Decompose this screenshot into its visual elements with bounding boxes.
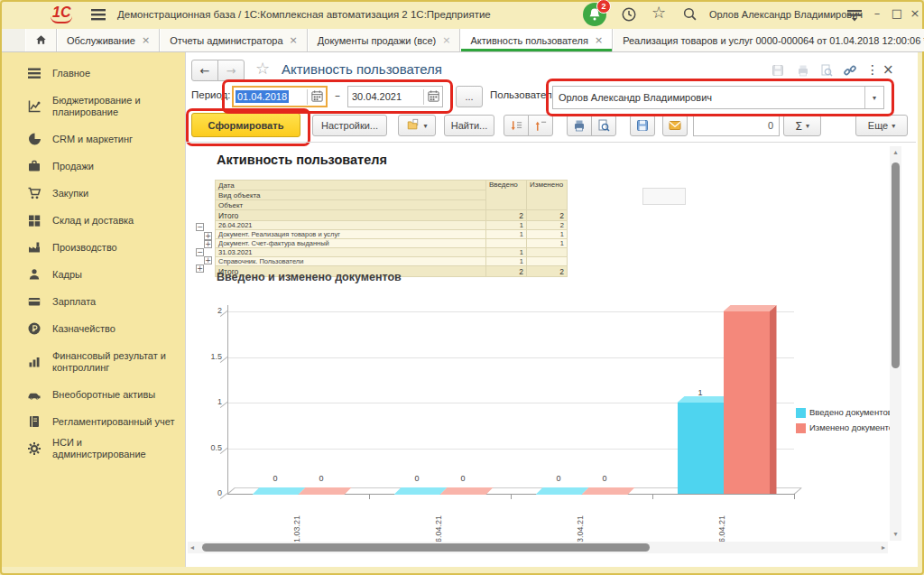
x-axis-category-label: 26.04.21 xyxy=(717,502,726,547)
bar-zero-23.04.21 xyxy=(582,487,635,495)
bar-value-label: 0 xyxy=(253,474,299,483)
y-axis-label: 1.5 xyxy=(195,352,222,361)
y-axis-label: 2 xyxy=(195,306,222,315)
bar-value-label: 0 xyxy=(536,474,582,483)
bar-top-26.04.21 xyxy=(724,305,777,311)
y-axis-label: 0.5 xyxy=(195,443,222,452)
x-axis-tick xyxy=(794,494,795,499)
x-axis-tick xyxy=(369,494,370,499)
scroll-right-icon[interactable]: ▸ xyxy=(882,544,885,552)
bar-side-26.04.21 xyxy=(770,305,777,494)
bar-zero-23.04.21 xyxy=(536,487,589,495)
floor-right-slant xyxy=(794,487,802,495)
bar-value-label: 0 xyxy=(394,474,440,483)
bar-value-label: 0 xyxy=(299,474,345,483)
bar-value-label: 1 xyxy=(678,388,724,397)
legend-swatch xyxy=(796,408,806,418)
legend-label: Введено документов xyxy=(809,407,892,417)
x-axis-category-label: 06.04.21 xyxy=(434,502,443,547)
horizontal-scrollbar[interactable]: ◂ ▸ xyxy=(188,542,888,553)
horizontal-scrollbar-thumb[interactable] xyxy=(202,543,650,552)
y-axis-line xyxy=(227,305,228,494)
grid-line xyxy=(227,357,794,358)
bar-26.04.21 xyxy=(724,311,770,494)
y-axis-label: 1 xyxy=(195,397,222,406)
bar-zero-31.03.21 xyxy=(299,487,352,495)
bar-zero-06.04.21 xyxy=(440,487,494,495)
bar-zero-31.03.21 xyxy=(253,487,306,495)
vertical-scrollbar[interactable]: ▴ ▾ xyxy=(890,146,901,541)
bar-zero-06.04.21 xyxy=(394,487,448,495)
grid-line xyxy=(227,311,794,312)
x-axis-tick xyxy=(652,494,653,499)
legend-swatch xyxy=(796,423,806,433)
y-axis-label: 0 xyxy=(195,488,222,497)
x-axis-tick xyxy=(511,494,512,499)
scroll-up-icon[interactable]: ▴ xyxy=(890,149,901,156)
bar-value-label: 0 xyxy=(440,474,486,483)
legend-label: Изменено документов xyxy=(809,422,898,432)
scroll-down-icon[interactable]: ▾ xyxy=(890,531,901,538)
x-axis-category-label: 31.03.21 xyxy=(292,502,301,547)
scroll-left-icon[interactable]: ◂ xyxy=(190,544,194,552)
x-axis-category-label: 23.04.21 xyxy=(576,502,585,547)
bar-value-label: 0 xyxy=(582,474,628,483)
vertical-scrollbar-thumb[interactable] xyxy=(892,162,900,368)
bar-26.04.21 xyxy=(678,403,724,494)
chart-area: 00.511.520031.03.210006.04.210023.04.211… xyxy=(0,0,924,575)
